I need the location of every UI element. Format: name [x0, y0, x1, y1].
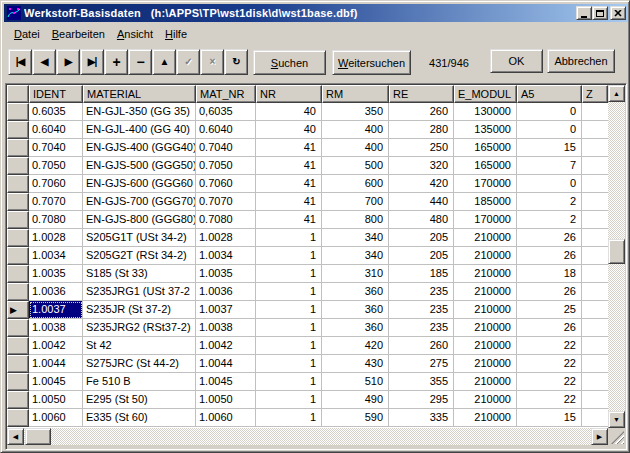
- cell-re[interactable]: 260: [389, 337, 454, 355]
- table-row[interactable]: ▶ 1.0037 S235JR (St 37-2) 1.0037 1 360 2…: [7, 301, 608, 319]
- cell-ident[interactable]: 1.0037: [29, 301, 83, 319]
- scroll-left-button[interactable]: ◀: [7, 428, 24, 445]
- cell-re[interactable]: 480: [389, 211, 454, 229]
- cell-ident[interactable]: 1.0035: [29, 265, 83, 283]
- column-header-z[interactable]: Z: [582, 85, 608, 103]
- cell-re[interactable]: 185: [389, 265, 454, 283]
- row-selector[interactable]: [7, 391, 29, 409]
- cell-e-modul[interactable]: 170000: [454, 175, 517, 193]
- cell-ident[interactable]: 1.0044: [29, 355, 83, 373]
- resize-grip[interactable]: [608, 428, 625, 445]
- cell-rm[interactable]: 590: [322, 409, 389, 427]
- cell-z[interactable]: [582, 157, 608, 175]
- row-selector[interactable]: [7, 337, 29, 355]
- cell-re[interactable]: 235: [389, 319, 454, 337]
- table-row[interactable]: 1.0050 E295 (St 50) 1.0050 1 490 295 210…: [7, 391, 608, 409]
- cell-mat-nr[interactable]: 0.7050: [196, 157, 256, 175]
- menu-item-bearbeiten[interactable]: Bearbeiten: [46, 26, 111, 41]
- table-row[interactable]: 0.7080 EN-GJS-800 (GGG80) 0.7080 41 800 …: [7, 211, 608, 229]
- first-record-button[interactable]: |◀: [8, 49, 32, 75]
- table-row[interactable]: 0.7040 EN-GJS-400 (GGG40) 0.7040 41 400 …: [7, 139, 608, 157]
- last-record-button[interactable]: ▶|: [80, 49, 104, 75]
- cell-e-modul[interactable]: 210000: [454, 301, 517, 319]
- post-edit-button[interactable]: ✓: [176, 49, 200, 75]
- cell-rm[interactable]: 340: [322, 229, 389, 247]
- cell-mat-nr[interactable]: 0.7060: [196, 175, 256, 193]
- cell-a5[interactable]: 2: [517, 211, 582, 229]
- cell-nr[interactable]: 40: [256, 103, 322, 121]
- cell-material[interactable]: EN-GJL-350 (GG 35): [83, 103, 196, 121]
- cell-nr[interactable]: 1: [256, 373, 322, 391]
- cell-mat-nr[interactable]: 1.0050: [196, 391, 256, 409]
- cell-rm[interactable]: 360: [322, 301, 389, 319]
- cell-a5[interactable]: 26: [517, 319, 582, 337]
- cell-material[interactable]: EN-GJS-400 (GGG40): [83, 139, 196, 157]
- cancel-button[interactable]: Abbrechen: [547, 49, 615, 73]
- cell-e-modul[interactable]: 210000: [454, 283, 517, 301]
- next-record-button[interactable]: ▶: [56, 49, 80, 75]
- cell-e-modul[interactable]: 210000: [454, 409, 517, 427]
- cell-mat-nr[interactable]: 1.0042: [196, 337, 256, 355]
- cell-mat-nr[interactable]: 0.6040: [196, 121, 256, 139]
- table-row[interactable]: 0.7060 EN-GJS-600 (GGG60 0.7060 41 600 4…: [7, 175, 608, 193]
- table-row[interactable]: 1.0035 S185 (St 33) 1.0035 1 310 185 210…: [7, 265, 608, 283]
- cell-ident[interactable]: 1.0060: [29, 409, 83, 427]
- cell-a5[interactable]: 0: [517, 103, 582, 121]
- cell-rm[interactable]: 400: [322, 139, 389, 157]
- cell-rm[interactable]: 420: [322, 337, 389, 355]
- cell-material[interactable]: S185 (St 33): [83, 265, 196, 283]
- cell-rm[interactable]: 340: [322, 247, 389, 265]
- column-header-re[interactable]: RE: [389, 85, 454, 103]
- cell-rm[interactable]: 500: [322, 157, 389, 175]
- cell-mat-nr[interactable]: 1.0044: [196, 355, 256, 373]
- cell-z[interactable]: [582, 373, 608, 391]
- cell-re[interactable]: 205: [389, 247, 454, 265]
- cell-z[interactable]: [582, 301, 608, 319]
- cell-mat-nr[interactable]: 1.0028: [196, 229, 256, 247]
- cell-z[interactable]: [582, 265, 608, 283]
- menu-item-ansicht[interactable]: Ansicht: [111, 26, 159, 41]
- cell-nr[interactable]: 41: [256, 139, 322, 157]
- cell-z[interactable]: [582, 409, 608, 427]
- cell-re[interactable]: 335: [389, 409, 454, 427]
- cell-e-modul[interactable]: 210000: [454, 373, 517, 391]
- cell-rm[interactable]: 700: [322, 193, 389, 211]
- row-selector[interactable]: [7, 319, 29, 337]
- row-selector[interactable]: [7, 265, 29, 283]
- cell-e-modul[interactable]: 210000: [454, 337, 517, 355]
- cell-rm[interactable]: 360: [322, 319, 389, 337]
- cancel-edit-button[interactable]: ×: [200, 49, 224, 75]
- ok-button[interactable]: OK: [490, 49, 543, 73]
- column-header-rm[interactable]: RM: [322, 85, 389, 103]
- cell-mat-nr[interactable]: 0.7080: [196, 211, 256, 229]
- cell-nr[interactable]: 1: [256, 265, 322, 283]
- title-bar[interactable]: Werkstoff-Basisdaten (h:\APPS\TP\wst1dis…: [4, 4, 628, 22]
- cell-material[interactable]: EN-GJS-800 (GGG80): [83, 211, 196, 229]
- cell-nr[interactable]: 1: [256, 355, 322, 373]
- horizontal-scroll-track[interactable]: [24, 428, 591, 445]
- close-button[interactable]: [610, 6, 626, 20]
- row-selector[interactable]: [7, 175, 29, 193]
- cell-a5[interactable]: 0: [517, 175, 582, 193]
- cell-mat-nr[interactable]: 0.7070: [196, 193, 256, 211]
- refresh-button[interactable]: ↻: [224, 49, 248, 75]
- row-selector[interactable]: [7, 157, 29, 175]
- cell-a5[interactable]: 26: [517, 283, 582, 301]
- cell-re[interactable]: 295: [389, 391, 454, 409]
- cell-material[interactable]: S235JRG2 (RSt37-2): [83, 319, 196, 337]
- cell-z[interactable]: [582, 247, 608, 265]
- cell-mat-nr[interactable]: 0,6035: [196, 103, 256, 121]
- cell-nr[interactable]: 1: [256, 229, 322, 247]
- cell-re[interactable]: 235: [389, 301, 454, 319]
- cell-material[interactable]: S275JRC (St 44-2): [83, 355, 196, 373]
- column-header-mat-nr[interactable]: MAT_NR: [196, 85, 256, 103]
- cell-e-modul[interactable]: 165000: [454, 157, 517, 175]
- delete-record-button[interactable]: −: [128, 49, 152, 75]
- cell-nr[interactable]: 41: [256, 211, 322, 229]
- cell-rm[interactable]: 430: [322, 355, 389, 373]
- cell-material[interactable]: EN-GJS-500 (GGG50): [83, 157, 196, 175]
- cell-e-modul[interactable]: 210000: [454, 319, 517, 337]
- row-selector[interactable]: [7, 103, 29, 121]
- cell-ident[interactable]: 1.0038: [29, 319, 83, 337]
- cell-mat-nr[interactable]: 1.0034: [196, 247, 256, 265]
